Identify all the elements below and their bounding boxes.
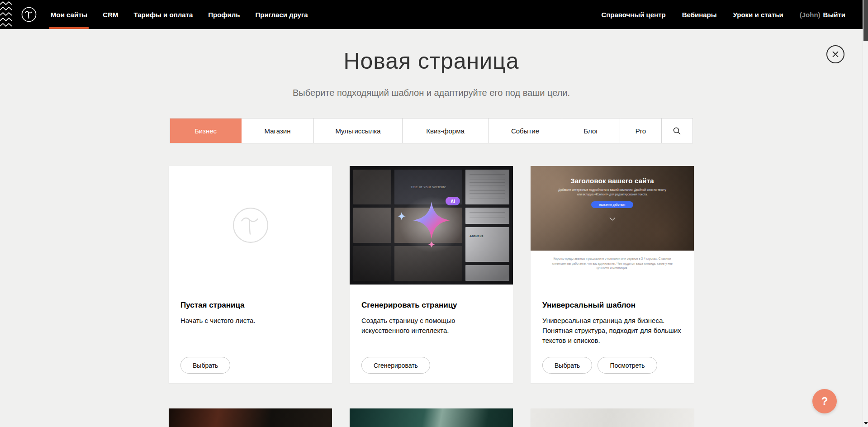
tilda-watermark-icon xyxy=(231,205,270,245)
vertical-scrollbar xyxy=(863,0,868,427)
preview-hero-title: Заголовок вашего сайта xyxy=(531,177,694,185)
tab-label: Квиз-форма xyxy=(426,127,465,135)
nav-item-label: Пригласи друга xyxy=(255,11,308,19)
template-card-blank: Пустая страница Начать с чистого листа. … xyxy=(169,166,332,383)
chevron-down-icon xyxy=(531,214,694,223)
tab-label: Событие xyxy=(511,127,539,135)
nav-item-logout[interactable]: (John) Выйти xyxy=(800,0,845,29)
card-info: Универсальный шаблон Универсальная стран… xyxy=(531,285,694,345)
nav-item-label: Справочный центр xyxy=(601,11,665,19)
main-navigation: Мои сайты CRM Тарифы и оплата Профиль Пр… xyxy=(51,0,308,29)
card-actions: Выбрать Посмотреть xyxy=(542,357,657,374)
card-description: Создать страницу с помощью искусственног… xyxy=(361,316,501,336)
secondary-navigation: Справочный центр Вебинары Уроки и статьи… xyxy=(601,0,868,29)
nav-item-my-sites[interactable]: Мои сайты xyxy=(51,0,87,29)
tab-event[interactable]: Событие xyxy=(489,119,562,143)
nav-item-invite-friend[interactable]: Пригласи друга xyxy=(255,0,308,29)
card-actions: Сгенерировать xyxy=(361,357,430,374)
preview-hero-text: Добавьте интересные подробности о вашей … xyxy=(556,188,669,197)
nav-item-profile[interactable]: Профиль xyxy=(208,0,240,29)
nav-item-webinars[interactable]: Вебинары xyxy=(682,0,717,29)
tilda-logo-icon[interactable] xyxy=(21,6,37,23)
ai-sparkle-group: AI xyxy=(386,186,477,265)
help-question-icon: ? xyxy=(821,395,828,407)
preview-body-text: Коротко представьтесь и расскажите о ком… xyxy=(531,251,694,285)
ai-badge: AI xyxy=(446,197,460,205)
template-category-tabs: Бизнес Магазин Мультиссылка Квиз-форма С… xyxy=(170,118,693,143)
choose-button[interactable]: Выбрать xyxy=(180,357,230,374)
blank-page-preview xyxy=(169,166,332,285)
help-button[interactable]: ? xyxy=(812,389,837,413)
page-title: Новая страница xyxy=(0,48,863,74)
card-title: Универсальный шаблон xyxy=(542,301,682,310)
template-card-partial[interactable] xyxy=(350,408,513,427)
nav-item-label: Мои сайты xyxy=(51,11,87,19)
username-label: (John) xyxy=(800,11,821,19)
scrollbar-down-arrow[interactable] xyxy=(863,420,868,427)
card-title: Пустая страница xyxy=(180,301,320,310)
tab-multilink[interactable]: Мультиссылка xyxy=(314,119,403,143)
card-title: Сгенерировать страницу xyxy=(361,301,501,310)
tab-label: Pro xyxy=(636,127,646,135)
template-card-partial[interactable] xyxy=(169,408,332,427)
preview-hero-button: название действия xyxy=(591,201,634,208)
ai-collage-preview: Title of Your Website About us xyxy=(350,166,513,285)
nav-item-crm[interactable]: CRM xyxy=(103,0,118,29)
tab-pro[interactable]: Pro xyxy=(620,119,662,143)
nav-item-lessons[interactable]: Уроки и статьи xyxy=(733,0,783,29)
svg-text:AI: AI xyxy=(451,199,455,204)
tab-label: Магазин xyxy=(265,127,291,135)
page-subtitle: Выберите подходящий шаблон и адаптируйте… xyxy=(0,88,863,98)
template-grid: Пустая страница Начать с чистого листа. … xyxy=(169,166,694,383)
choose-button[interactable]: Выбрать xyxy=(542,357,592,374)
logout-label: Выйти xyxy=(823,11,845,19)
tab-label: Блог xyxy=(583,127,598,135)
nav-item-label: Вебинары xyxy=(682,11,717,19)
top-navbar: Мои сайты CRM Тарифы и оплата Профиль Пр… xyxy=(0,0,868,29)
close-button[interactable] xyxy=(826,45,844,63)
scrollbar-thumb[interactable] xyxy=(863,0,868,41)
card-actions: Выбрать xyxy=(180,357,230,374)
card-info: Сгенерировать страницу Создать страницу … xyxy=(350,285,513,336)
nav-item-label: Тарифы и оплата xyxy=(133,11,193,19)
tab-search[interactable] xyxy=(662,119,692,143)
nav-item-label: CRM xyxy=(103,11,118,19)
preview-button[interactable]: Посмотреть xyxy=(598,357,657,374)
tab-label: Мультиссылка xyxy=(335,127,380,135)
template-preview-hero: Заголовок вашего сайта Добавьте интересн… xyxy=(531,166,694,251)
tab-business[interactable]: Бизнес xyxy=(170,119,242,143)
template-card-ai-generate: Title of Your Website About us xyxy=(350,166,513,383)
tab-quiz[interactable]: Квиз-форма xyxy=(403,119,489,143)
nav-item-pricing[interactable]: Тарифы и оплата xyxy=(133,0,193,29)
card-description: Универсальная страница для бизнеса. Поня… xyxy=(542,316,682,345)
close-icon xyxy=(832,51,839,58)
template-preview: Заголовок вашего сайта Добавьте интересн… xyxy=(531,166,694,285)
nav-item-label: Профиль xyxy=(208,11,240,19)
tab-blog[interactable]: Блог xyxy=(562,119,620,143)
nav-item-help-center[interactable]: Справочный центр xyxy=(601,0,665,29)
new-page-dialog: Новая страница Выберите подходящий шабло… xyxy=(0,29,863,427)
generate-button[interactable]: Сгенерировать xyxy=(361,357,430,374)
nav-item-label: Уроки и статьи xyxy=(733,11,783,19)
tab-label: Бизнес xyxy=(194,127,217,135)
zigzag-pattern-icon xyxy=(0,0,12,29)
card-description: Начать с чистого листа. xyxy=(180,316,320,326)
template-card-universal: Заголовок вашего сайта Добавьте интересн… xyxy=(531,166,694,383)
tab-store[interactable]: Магазин xyxy=(242,119,314,143)
template-card-partial[interactable] xyxy=(531,408,694,427)
arrow-down-icon xyxy=(864,422,868,425)
card-info: Пустая страница Начать с чистого листа. xyxy=(169,285,332,326)
template-grid-row2 xyxy=(169,408,694,427)
search-icon xyxy=(673,127,681,135)
